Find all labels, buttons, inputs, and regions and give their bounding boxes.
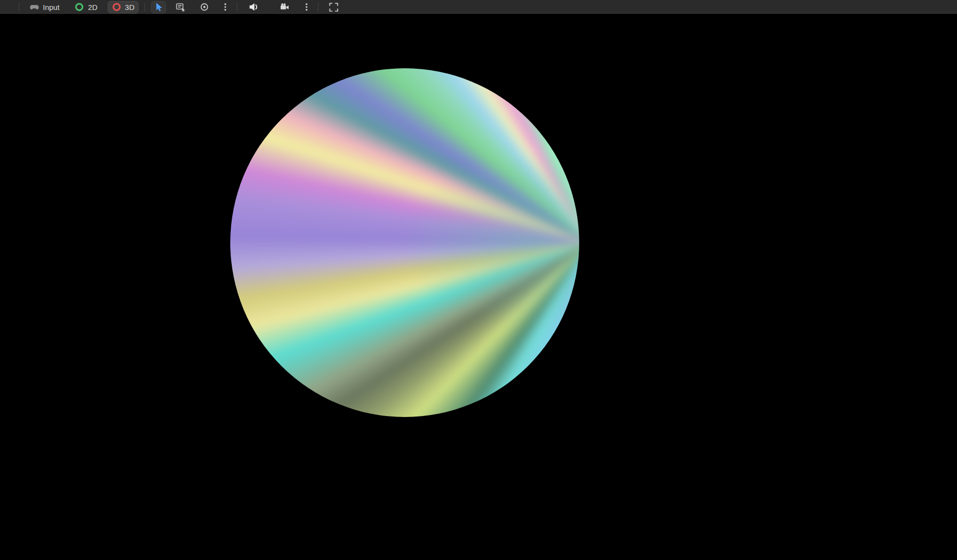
list-select-button[interactable] [173, 1, 188, 13]
game-window: Input 2D 3D [0, 0, 957, 560]
toolbar-separator [19, 2, 19, 11]
fullscreen-button[interactable] [326, 1, 341, 13]
focus-button[interactable] [197, 1, 212, 13]
selection-options-menu-button[interactable] [220, 1, 231, 13]
kebab-menu-icon [221, 2, 230, 11]
fullscreen-icon [328, 2, 339, 12]
mode-2d-button[interactable]: 2D [70, 1, 101, 13]
camera-options-menu-button[interactable] [301, 1, 312, 13]
speaker-icon [248, 1, 259, 12]
toolbar-separator [318, 2, 319, 11]
camera-button[interactable] [277, 1, 292, 13]
toolbar-separator [237, 2, 237, 11]
mode-2d-label: 2D [88, 3, 97, 11]
mode-3d-label: 3D [125, 3, 135, 11]
game-toolbar: Input 2D 3D [0, 0, 957, 14]
circle-dot-icon [199, 2, 209, 12]
camera-icon [280, 2, 290, 12]
sphere-gradient [230, 68, 579, 417]
game-viewport[interactable] [0, 14, 957, 560]
ring-2d-icon [74, 2, 84, 12]
select-mode-button[interactable] [151, 1, 166, 13]
list-select-icon [175, 2, 185, 12]
joypad-icon [29, 2, 39, 12]
ring-3d-icon [112, 2, 122, 12]
mode-3d-button[interactable]: 3D [108, 1, 139, 13]
rendered-sphere [230, 68, 579, 417]
input-toggle-button[interactable]: Input [25, 1, 63, 13]
toolbar-separator [145, 2, 145, 11]
cursor-arrow-icon [154, 2, 163, 12]
mute-audio-button[interactable] [246, 1, 261, 13]
kebab-menu-icon [302, 2, 311, 11]
input-toggle-label: Input [43, 3, 59, 11]
